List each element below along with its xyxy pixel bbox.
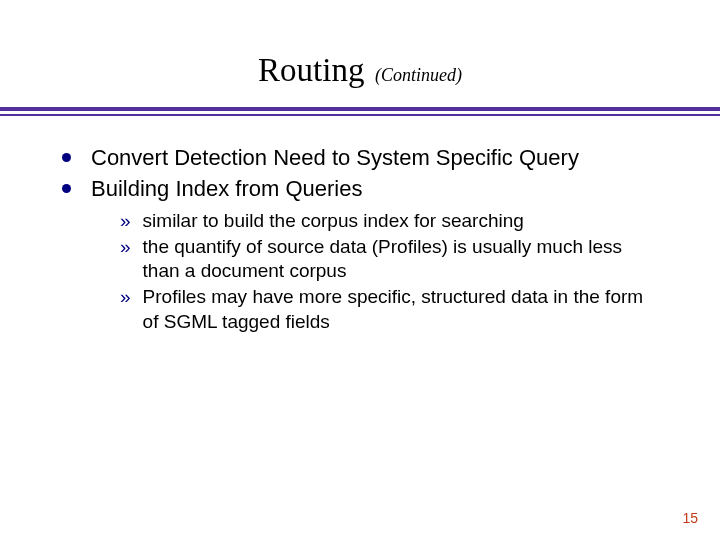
raquo-bullet-icon: » [120,285,131,309]
slide-subtitle: (Continued) [375,65,462,85]
rule-thick [0,107,720,111]
bullet-text: Profiles may have more specific, structu… [143,285,658,334]
raquo-bullet-icon: » [120,209,131,233]
sub-bullet-group: » similar to build the corpus index for … [62,209,658,335]
disc-bullet-icon [62,153,71,162]
bullet-text: Convert Detection Need to System Specifi… [91,144,658,172]
title-rule [0,107,720,116]
raquo-bullet-icon: » [120,235,131,259]
bullet-level1: Convert Detection Need to System Specifi… [62,144,658,172]
bullet-text: the quantify of source data (Profiles) i… [143,235,658,284]
bullet-text: similar to build the corpus index for se… [143,209,658,233]
title-block: Routing (Continued) [0,0,720,89]
bullet-level2: » Profiles may have more specific, struc… [120,285,658,334]
slide-body: Convert Detection Need to System Specifi… [0,116,720,335]
bullet-text: Building Index from Queries [91,175,658,203]
bullet-level2: » similar to build the corpus index for … [120,209,658,233]
bullet-level2: » the quantify of source data (Profiles)… [120,235,658,284]
page-number: 15 [682,510,698,526]
slide-title: Routing [258,52,364,88]
disc-bullet-icon [62,184,71,193]
bullet-level1: Building Index from Queries [62,175,658,203]
slide: Routing (Continued) Convert Detection Ne… [0,0,720,540]
